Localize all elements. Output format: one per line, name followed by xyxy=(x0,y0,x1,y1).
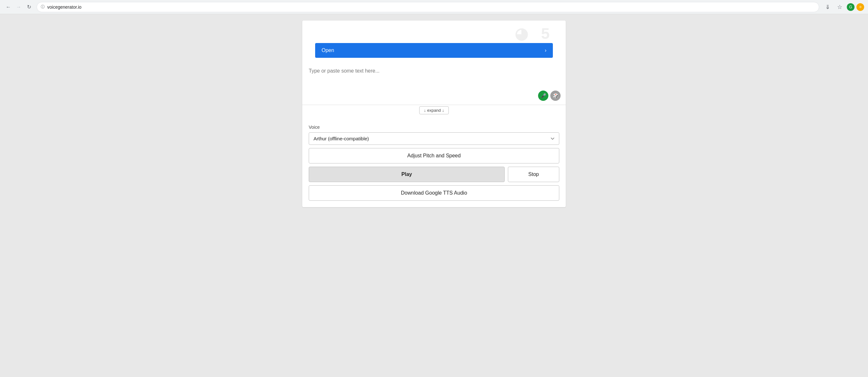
browser-chrome: ← → ↻ ⓘ voicegenerator.io ⇓ ☆ G ⚛ xyxy=(0,0,868,14)
address-bar[interactable]: ⓘ voicegenerator.io xyxy=(37,2,819,12)
extension-icon-green[interactable]: G xyxy=(847,3,855,11)
extension-icon-puzzle[interactable]: ⚛ xyxy=(857,3,864,11)
expand-button[interactable]: ↓ expand ↓ xyxy=(419,106,449,114)
number-5: 5 xyxy=(541,25,550,42)
open-button-label: Open xyxy=(321,48,334,53)
voice-icon[interactable]: 🎤 xyxy=(538,91,548,101)
play-stop-row: Play Stop xyxy=(309,167,559,182)
play-button[interactable]: Play xyxy=(309,167,505,182)
download-page-button[interactable]: ⇓ xyxy=(823,2,833,12)
toolbar-right: ⇓ ☆ G ⚛ xyxy=(823,2,864,12)
nav-buttons: ← → ↻ xyxy=(4,3,33,11)
textarea-icons: 🎤 🎲 xyxy=(538,91,561,101)
main-card: ◕ 5 Open › 🎤 🎲 ↓ expand ↓ xyxy=(302,21,566,207)
text-input[interactable] xyxy=(309,68,559,97)
adjust-pitch-speed-label: Adjust Pitch and Speed xyxy=(407,153,461,158)
random-icon[interactable]: 🎲 xyxy=(550,91,561,101)
expand-label: ↓ expand ↓ xyxy=(424,108,444,113)
stop-label: Stop xyxy=(528,171,539,177)
expand-row: ↓ expand ↓ xyxy=(302,105,566,118)
open-button-chevron: › xyxy=(545,48,547,53)
blurred-numbers: ◕ 5 xyxy=(309,24,559,43)
bookmark-button[interactable]: ☆ xyxy=(835,2,845,12)
forward-button[interactable]: → xyxy=(14,3,23,11)
text-area-container: 🎤 🎲 xyxy=(302,63,566,105)
voice-select[interactable]: Arthur (offline-compatible) Google US En… xyxy=(309,132,559,145)
page-background: ◕ 5 Open › 🎤 🎲 ↓ expand ↓ xyxy=(0,14,868,377)
adjust-pitch-speed-button[interactable]: Adjust Pitch and Speed xyxy=(309,148,559,163)
number-icon-1: ◕ xyxy=(515,24,528,42)
download-button[interactable]: Download Google TTS Audio xyxy=(309,185,559,201)
site-info-icon: ⓘ xyxy=(41,4,45,10)
play-label: Play xyxy=(402,171,412,177)
textarea-section: 🎤 🎲 xyxy=(302,63,566,105)
voice-label: Voice xyxy=(309,125,559,130)
url-text: voicegenerator.io xyxy=(47,4,815,10)
open-button[interactable]: Open › xyxy=(315,43,553,58)
controls-section: Voice Arthur (offline-compatible) Google… xyxy=(302,118,566,207)
stop-button[interactable]: Stop xyxy=(508,167,559,182)
back-button[interactable]: ← xyxy=(4,3,13,11)
reload-button[interactable]: ↻ xyxy=(24,3,33,11)
top-inner: ◕ 5 Open › xyxy=(302,21,566,63)
download-label: Download Google TTS Audio xyxy=(401,190,467,195)
